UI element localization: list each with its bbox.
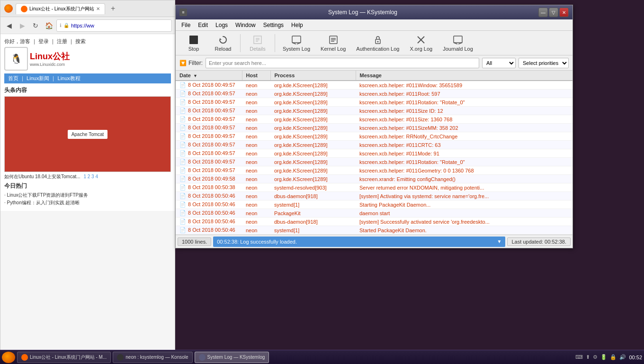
tray-settings-icon[interactable]: ⚙ xyxy=(593,354,598,360)
cell-date: 📄8 Oct 2018 00:50:38 xyxy=(176,183,242,192)
cell-process: systemd[1] xyxy=(270,200,356,209)
table-row[interactable]: 📄8 Oct 2018 00:49:57 neon org.kde.KScree… xyxy=(176,98,572,107)
tray-battery-icon[interactable]: 🔋 xyxy=(600,354,607,360)
filter-priority-select[interactable]: Select priorities Emergency Alert Critic… xyxy=(519,58,569,68)
cell-date: 📄8 Oct 2018 00:49:57 xyxy=(176,124,242,132)
menu-help[interactable]: Help xyxy=(287,21,307,29)
log-table: Date ▼ Host Process Message 📄8 Oct 2018 xyxy=(176,71,572,235)
article-caption: 如何在Ubuntu 18.04上安装Tomcat... 1 2 3 4 xyxy=(4,173,171,180)
tray-keyboard-icon[interactable]: ⌨ xyxy=(575,354,583,360)
cell-message: kscreen.xcb.helper: #011Size: 1360 768 xyxy=(356,115,572,124)
table-row[interactable]: 📄8 Oct 2018 00:49:57 neon org.kde.KScree… xyxy=(176,166,572,175)
maximize-button[interactable]: ▽ xyxy=(549,8,558,17)
table-row[interactable]: 📄8 Oct 2018 00:49:57 neon org.kde.KScree… xyxy=(176,115,572,124)
col-message[interactable]: Message xyxy=(356,71,572,81)
address-bar[interactable]: ℹ 🔒 https://ww xyxy=(56,19,172,32)
tray-volume-icon[interactable]: 🔊 xyxy=(619,354,626,360)
details-icon xyxy=(252,35,263,45)
table-row[interactable]: 📄8 Oct 2018 00:49:57 neon org.kde.KScree… xyxy=(176,149,572,158)
cell-process: org.kde.KScreen[1289] xyxy=(270,149,356,158)
table-row[interactable]: 📄8 Oct 2018 00:49:58 neon org.kde.KScree… xyxy=(176,175,572,183)
stop-button[interactable]: Stop xyxy=(179,33,208,54)
cell-message: kscreen.xcb.helper: RRNotify_CrtcChange xyxy=(356,132,572,141)
table-row[interactable]: 📄8 Oct 2018 00:49:57 neon org.kde.KScree… xyxy=(176,158,572,166)
cell-message: kscreen.xcb.helper: #011Window: 35651589 xyxy=(356,81,572,90)
lock-icon: 🔒 xyxy=(63,23,69,28)
table-row[interactable]: 📄8 Oct 2018 00:49:57 neon org.kde.KScree… xyxy=(176,81,572,90)
taskbar-item[interactable]: System Log — KSystemlog xyxy=(195,352,269,363)
col-date[interactable]: Date ▼ xyxy=(176,71,242,81)
system-log-button[interactable]: System Log xyxy=(278,33,315,54)
journald-log-icon xyxy=(453,35,463,45)
back-button[interactable]: ◀ xyxy=(3,20,15,31)
home-button[interactable]: 🏠 xyxy=(43,20,54,31)
journald-log-button[interactable]: Journald Log xyxy=(438,33,478,54)
table-row[interactable]: 📄8 Oct 2018 00:50:46 neon dbus-daemon[91… xyxy=(176,218,572,226)
cell-date: 📄8 Oct 2018 00:49:57 xyxy=(176,81,242,90)
browser-content: 你好，游客 ｜ 登录 ｜ 注册 ｜ 搜索 🐧 Linux公社 www.Linux… xyxy=(0,34,175,211)
tray-lock-icon[interactable]: 🔒 xyxy=(610,354,617,360)
browser-greeting: 你好，游客 ｜ 登录 ｜ 注册 ｜ 搜索 xyxy=(4,38,171,45)
table-row[interactable]: 📄8 Oct 2018 00:50:46 neon dbus-daemon[91… xyxy=(176,192,572,200)
cell-host: neon xyxy=(242,200,270,209)
table-row[interactable]: 📄8 Oct 2018 00:49:57 neon org.kde.KScree… xyxy=(176,90,572,98)
cell-message: kscreen.xcb.helper: #011Rotation: "Rotat… xyxy=(356,158,572,166)
cell-date: 📄8 Oct 2018 00:50:46 xyxy=(176,192,242,200)
menu-edit[interactable]: Edit xyxy=(194,21,212,29)
col-process[interactable]: Process xyxy=(270,71,356,81)
cell-process: org.kde.KScreen[1289] xyxy=(270,132,356,141)
filter-type-select[interactable]: All Error Warning Info xyxy=(482,58,516,68)
xorg-log-button[interactable]: X.org Log xyxy=(405,33,437,54)
tab-close-btn[interactable]: ✕ xyxy=(96,6,100,11)
table-row[interactable]: 📄8 Oct 2018 00:49:57 neon org.kde.KScree… xyxy=(176,107,572,115)
hot-section-title: 今日热门 xyxy=(4,182,171,190)
cell-date: 📄8 Oct 2018 00:49:57 xyxy=(176,115,242,124)
cell-host: neon xyxy=(242,158,270,166)
table-row[interactable]: 📄8 Oct 2018 00:50:46 neon systemd[1] Sta… xyxy=(176,226,572,235)
filter-input[interactable] xyxy=(206,58,479,68)
table-row[interactable]: 📄8 Oct 2018 00:50:46 neon PackageKit dae… xyxy=(176,209,572,218)
filter-label: 🔽 Filter: xyxy=(179,60,203,66)
cell-process: systemd[1] xyxy=(270,226,356,235)
minimize-button[interactable]: — xyxy=(538,8,548,17)
cell-process: dbus-daemon[918] xyxy=(270,218,356,226)
kernel-log-button[interactable]: Kernel Log xyxy=(316,33,350,54)
pagination[interactable]: 1 2 3 4 xyxy=(83,174,98,179)
table-row[interactable]: 📄8 Oct 2018 00:49:57 neon org.kde.KScree… xyxy=(176,132,572,141)
tray-up-icon[interactable]: ⬆ xyxy=(586,354,590,360)
menu-logs[interactable]: Logs xyxy=(212,21,232,29)
new-tab-button[interactable]: + xyxy=(108,3,118,14)
col-host[interactable]: Host xyxy=(242,71,270,81)
journald-log-label: Journald Log xyxy=(443,46,473,52)
taskbar-items: Linux公社 - Linux系统门户网站 - M...neon : ksyst… xyxy=(17,352,269,363)
details-button[interactable]: Details xyxy=(243,33,272,54)
reload-button[interactable]: Reload xyxy=(209,33,237,54)
taskbar-item[interactable]: Linux公社 - Linux系统门户网站 - M... xyxy=(17,352,111,363)
forward-button[interactable]: ▶ xyxy=(17,20,28,31)
cell-message: [system] Activating via systemd: service… xyxy=(356,192,572,200)
table-row[interactable]: 📄8 Oct 2018 00:49:57 neon org.kde.KScree… xyxy=(176,141,572,149)
cell-date: 📄8 Oct 2018 00:49:57 xyxy=(176,90,242,98)
auth-log-button[interactable]: Authentication Log xyxy=(351,33,404,54)
cell-process: org.kde.KScreen[1289] xyxy=(270,81,356,90)
browser-tab[interactable]: Linux公社 - Linux系统门户网站 ✕ xyxy=(16,3,105,14)
window-controls: — ▽ ✕ xyxy=(538,8,569,17)
lines-count: 1000 lines. xyxy=(178,237,211,246)
table-row[interactable]: 📄8 Oct 2018 00:50:38 neon systemd-resolv… xyxy=(176,183,572,192)
menu-file[interactable]: File xyxy=(178,21,194,29)
cell-process: org.kde.KScreen[1289] xyxy=(270,158,356,166)
site-url: www.Linuxidc.com xyxy=(30,62,70,67)
taskbar-item[interactable]: neon : ksystemlog — Konsole xyxy=(113,352,192,363)
menu-window[interactable]: Window xyxy=(232,21,259,29)
table-row[interactable]: 📄8 Oct 2018 00:49:57 neon org.kde.KScree… xyxy=(176,124,572,132)
log-dropdown-arrow[interactable]: ▼ xyxy=(497,239,501,244)
taskbar-start-button[interactable] xyxy=(2,352,15,363)
svg-rect-0 xyxy=(189,36,198,44)
close-button[interactable]: ✕ xyxy=(559,8,569,17)
reload-button[interactable]: ↻ xyxy=(30,20,41,31)
cell-process: org.kde.KScreen[1289] xyxy=(270,175,356,183)
logo-icon: 🐧 xyxy=(4,47,28,71)
table-row[interactable]: 📄8 Oct 2018 00:50:46 neon systemd[1] Sta… xyxy=(176,200,572,209)
menu-settings[interactable]: Settings xyxy=(259,21,287,29)
cell-process: PackageKit xyxy=(270,209,356,218)
